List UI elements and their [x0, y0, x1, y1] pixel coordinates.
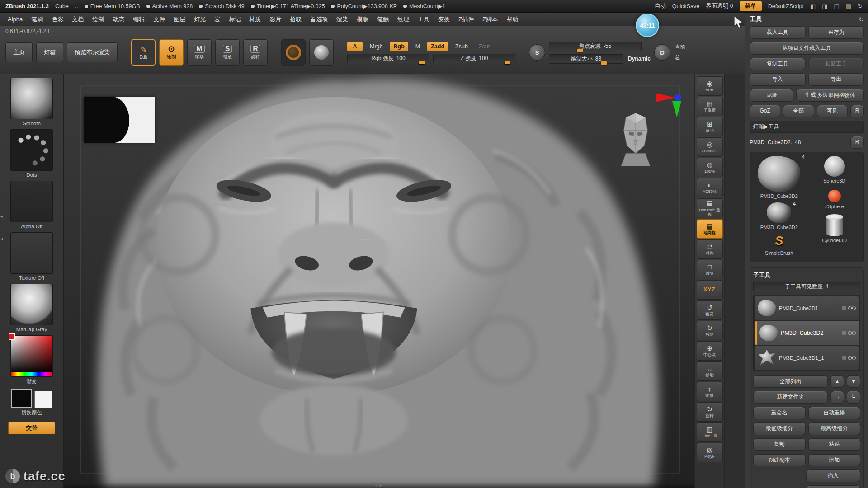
menu-item-color[interactable]: 色彩: [47, 13, 67, 26]
rs-item-actual-size[interactable]: ◍100%: [697, 158, 723, 177]
m-toggle[interactable]: M: [412, 42, 424, 51]
rs-item-symmetry[interactable]: ⇄对称: [697, 239, 723, 259]
tool-thumb-simplebrush[interactable]: [771, 234, 787, 249]
highest-subdiv-button[interactable]: 最高级细分: [808, 422, 861, 435]
stroke-preview-button[interactable]: [309, 39, 334, 66]
dock-right-icon[interactable]: ◨: [822, 3, 827, 9]
visibility-eye-icon[interactable]: [848, 331, 856, 335]
menu-item-light[interactable]: 灯光: [190, 13, 210, 26]
scale-mode-button[interactable]: S 缩放: [215, 39, 240, 66]
menu-item-file[interactable]: 文件: [149, 13, 169, 26]
rs-item-scroll[interactable]: ⊞滚动: [697, 117, 723, 136]
menu-item-preferences[interactable]: 首选项: [306, 13, 332, 26]
import-button[interactable]: 导入: [750, 73, 806, 86]
lightbox-button[interactable]: 灯箱: [36, 42, 63, 62]
duplicate-button[interactable]: 创建副本: [753, 454, 806, 467]
ui-transparency-control[interactable]: 界面透明 0: [706, 2, 733, 10]
tool-thumb-rock[interactable]: [767, 202, 791, 223]
layout-list-icon[interactable]: ▤: [834, 3, 840, 9]
menu-toggle-button[interactable]: 菜单: [740, 1, 762, 11]
left-tray-collapse-arrow[interactable]: ◂: [0, 236, 3, 242]
menu-item-layer[interactable]: 图层: [170, 13, 189, 26]
left-tray-collapse-arrow[interactable]: ◂: [0, 213, 3, 219]
current-brush-thumbnail[interactable]: [10, 78, 53, 119]
focal-shift-slider[interactable]: 焦点衰减 -55: [549, 42, 642, 51]
home-button[interactable]: 主页: [5, 42, 33, 62]
auto-reorder-button[interactable]: 自动重排: [808, 407, 861, 419]
paint-toggle-icon[interactable]: [842, 356, 846, 360]
canvas-scrollbar[interactable]: ◄►: [64, 483, 694, 488]
active-tool-r-button[interactable]: R: [850, 136, 864, 149]
draw-mode-button[interactable]: ⊙ 绘制: [159, 39, 184, 66]
menu-item-tool[interactable]: 工具: [414, 13, 434, 26]
menu-item-render[interactable]: 渲染: [332, 13, 352, 26]
copy-tool-button[interactable]: 复制工具: [750, 58, 806, 70]
subtool-item[interactable]: PM3D_Cube3D1_1: [755, 346, 859, 370]
current-stroke-thumbnail[interactable]: [10, 129, 53, 171]
rs-item-zoom2d[interactable]: ◎Zoom2D: [697, 137, 723, 157]
rs-item-antialias-half[interactable]: ◐AC50%: [697, 178, 723, 197]
rs-item-bpr[interactable]: ◉BPR: [697, 76, 723, 96]
current-texture-thumbnail[interactable]: [10, 232, 53, 274]
z-intensity-slider[interactable]: Z 强度 100: [433, 54, 515, 63]
tool-thumb-sphere3d[interactable]: [824, 156, 845, 177]
rs-item-ghost[interactable]: ↺幽灵: [697, 300, 723, 320]
total-label[interactable]: 总: [675, 54, 685, 61]
goz-button[interactable]: GoZ: [750, 105, 780, 117]
goz-all-button[interactable]: 全部: [783, 105, 814, 117]
stroke-curve-button[interactable]: S: [529, 44, 545, 61]
rs-item-perspective[interactable]: ▤Dynamic 透视: [697, 198, 723, 218]
draw-size-slider[interactable]: 绘制大小 83: [549, 54, 623, 64]
subtool-down-button[interactable]: ▼: [847, 375, 860, 388]
menu-item-zscript[interactable]: Z脚本: [478, 13, 502, 26]
rs-item-floor-grid[interactable]: ▦地网格: [697, 219, 723, 239]
rs-item-solo[interactable]: ↻独显: [697, 321, 723, 340]
append-button[interactable]: 追加: [808, 454, 861, 467]
copy-subtool-button[interactable]: 复制: [753, 438, 806, 451]
zsub-toggle[interactable]: Zsub: [452, 42, 472, 51]
menu-item-alpha[interactable]: Alpha: [4, 14, 27, 25]
preview-boolean-render-button[interactable]: 预览布尔渲染: [67, 42, 118, 62]
slider-handle[interactable]: [505, 61, 510, 64]
menu-item-draw[interactable]: 绘制: [88, 13, 108, 26]
menu-item-document[interactable]: 文档: [68, 13, 88, 26]
load-from-project-button[interactable]: 从项目文件载入工具: [750, 42, 864, 55]
paint-toggle-icon[interactable]: [842, 306, 846, 310]
gradient-label[interactable]: 渐变: [27, 378, 37, 385]
rs-item-move-canvas[interactable]: ↔移动: [697, 361, 723, 381]
menu-item-movie[interactable]: 影片: [265, 13, 285, 26]
subtool-item-selected[interactable]: PM3D_Cube3D2: [755, 321, 859, 345]
move-mode-button[interactable]: M 移动: [187, 39, 212, 66]
rename-button[interactable]: 重命名: [753, 407, 806, 419]
switch-color-label[interactable]: 切换颜色: [21, 409, 42, 416]
tool-thumb-zsphere[interactable]: [828, 190, 841, 202]
current-material-thumbnail[interactable]: [10, 284, 53, 325]
visibility-eye-icon[interactable]: [848, 356, 856, 360]
mrgb-toggle[interactable]: Mrgb: [366, 42, 386, 51]
brush-preview-button[interactable]: [281, 39, 306, 66]
slider-handle[interactable]: [601, 61, 607, 65]
menu-item-picker[interactable]: 拾取: [286, 13, 306, 26]
goz-visible-button[interactable]: 可见: [817, 105, 848, 117]
rs-item-xyz[interactable]: XYZ: [697, 280, 723, 300]
clone-button[interactable]: 克隆: [750, 89, 793, 102]
save-as-button[interactable]: 另存为: [808, 26, 864, 39]
delete-other-button[interactable]: 删除其他: [806, 485, 861, 488]
menu-item-transform[interactable]: 变换: [434, 13, 454, 26]
export-button[interactable]: 导出: [808, 73, 864, 86]
goz-r-button[interactable]: R: [850, 105, 864, 117]
rs-item-polyframe[interactable]: ▧PolyF: [697, 443, 723, 462]
menu-item-dynamics[interactable]: 动态: [108, 13, 128, 26]
rotate-mode-button[interactable]: R 旋转: [243, 39, 268, 66]
menu-item-marker[interactable]: 标记: [225, 13, 245, 26]
subtool-move-out-button[interactable]: →: [830, 391, 844, 404]
menu-item-stroke[interactable]: 笔触: [373, 13, 393, 26]
subtool-visible-count-slider[interactable]: 子工具可见数量 4: [753, 282, 860, 291]
load-tool-button[interactable]: 载入工具: [750, 26, 806, 39]
visibility-eye-icon[interactable]: [848, 306, 856, 310]
rs-item-scale-canvas[interactable]: ↕缩放: [697, 382, 723, 401]
secondary-color-swatch[interactable]: [34, 391, 52, 408]
reload-ui-icon[interactable]: ↻: [858, 3, 863, 9]
rgb-toggle[interactable]: Rgb: [390, 42, 408, 51]
menu-item-texture[interactable]: 纹理: [393, 13, 413, 26]
